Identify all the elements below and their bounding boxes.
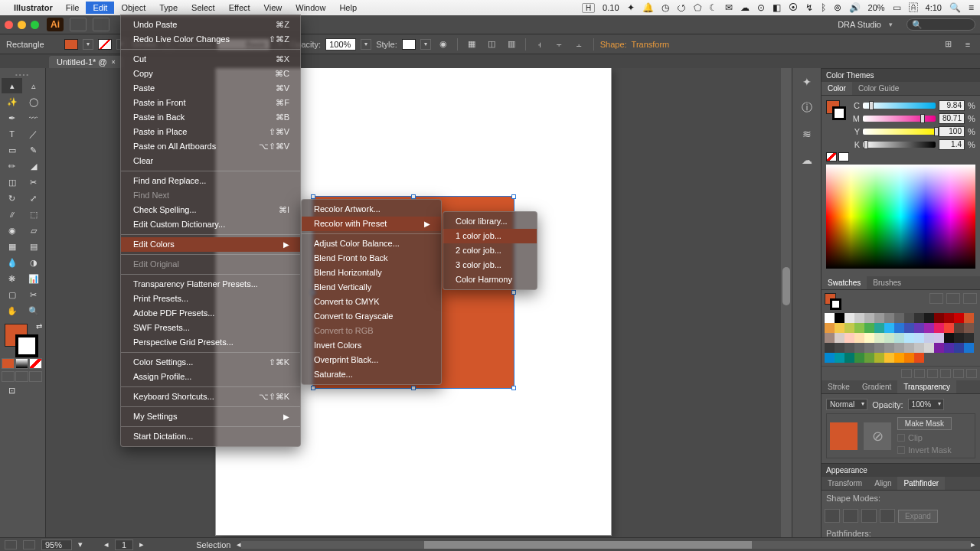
menu-item[interactable]: Paste on All Artboards⌥⇧⌘V [121,139,300,154]
perspective-tool[interactable]: ▱ [23,223,44,238]
battery-icon[interactable]: ▭ [893,2,901,13]
recolor-preset-submenu[interactable]: Color library...1 color job...2 color jo… [443,211,537,290]
fill-swatch[interactable] [64,39,78,50]
swatch[interactable] [884,343,894,353]
menu-object[interactable]: Object [114,2,152,14]
notifications-icon[interactable]: ≡ [969,2,974,13]
swatch[interactable] [864,353,874,363]
window-controls[interactable] [5,21,39,29]
swatch[interactable] [954,343,964,353]
menu-item[interactable]: Print Presets... [121,292,300,306]
dropbox-icon[interactable]: ⬠ [694,2,701,13]
swatch[interactable] [914,353,924,363]
artboard-tool[interactable]: ▢ [2,287,22,302]
scissors-tool[interactable]: ✂ [23,174,44,190]
dock-icon[interactable]: ✦ [798,73,816,91]
blend-tool[interactable]: ◑ [23,255,44,270]
opacity-dd[interactable]: 100% [908,399,945,410]
swatch[interactable] [825,313,835,323]
menu-item[interactable]: 3 color job... [443,258,537,272]
swatch[interactable] [884,313,894,323]
sw-stroke-proxy[interactable] [830,298,841,310]
clock[interactable]: 4:10 [926,3,942,12]
swatch[interactable] [944,323,954,333]
swatch[interactable] [914,313,924,323]
tab-pathfinder[interactable]: Pathfinder [897,477,945,490]
swatch[interactable] [954,313,964,323]
menu-item[interactable]: Color Harmony [443,272,537,287]
hand-tool[interactable]: ✋ [2,303,22,318]
swatch[interactable] [844,353,854,363]
menu-item[interactable]: My Settings▶ [121,409,300,424]
menu-select[interactable]: Select [185,2,222,14]
panel-title[interactable]: Color Themes [822,68,980,82]
workspace-name[interactable]: DRA Studio [838,20,881,29]
menu-item[interactable]: Convert to CMYK [302,295,441,309]
swatch[interactable] [894,353,904,363]
swatch-view-btn[interactable] [963,293,977,304]
screen-mode-btn[interactable]: ⊡ [2,383,22,398]
volume-icon[interactable]: 🔊 [849,2,861,13]
menu-type[interactable]: Type [152,2,185,14]
transform-label[interactable]: Transform [632,40,670,49]
shape-builder-tool[interactable]: ◉ [2,223,22,238]
swatch[interactable] [835,323,844,333]
menu-item[interactable]: Saturate... [302,367,441,382]
symbol-sprayer-tool[interactable]: ❋ [2,271,22,286]
align-icon[interactable]: ⫟ [552,37,567,51]
magic-wand-tool[interactable]: ✨ [2,94,22,109]
tab-color-guide[interactable]: Color Guide [852,82,905,95]
menu-item[interactable]: Paste in Back⌘B [121,110,300,125]
draw-behind-btn[interactable] [15,371,28,382]
align-icon[interactable]: ◫ [484,37,499,51]
document-tab[interactable]: Untitled-1* @ × [49,56,123,68]
m-value[interactable]: 80.71 [939,113,965,124]
zoom-level[interactable]: 95% [41,540,72,550]
y-slider[interactable] [863,129,936,135]
free-transform-tool[interactable]: ⬚ [23,207,44,222]
tab-stroke[interactable]: Stroke [822,380,856,393]
swatch[interactable] [944,313,954,323]
swatch[interactable] [835,333,844,343]
menu-item[interactable]: Check Spelling...⌘I [121,203,300,217]
y-value[interactable]: 100 [939,126,965,137]
swatch[interactable] [874,313,884,323]
swatch[interactable] [934,313,944,323]
shape-mode-btn[interactable] [880,509,895,523]
align-icon[interactable]: ⫞ [532,37,547,51]
swatch[interactable] [884,353,894,363]
recolor-icon[interactable]: ◉ [436,37,451,51]
swatch[interactable] [825,333,835,343]
white-chip[interactable] [838,152,849,161]
swatch[interactable] [924,313,934,323]
bluetooth-icon[interactable]: ᛒ [821,2,826,13]
rectangle-tool[interactable]: ▭ [2,142,22,158]
menu-item[interactable]: Undo Paste⌘Z [121,18,300,32]
swatch[interactable] [835,313,844,323]
mask-thumb[interactable]: ⊘ [864,422,891,450]
menu-file[interactable]: File [59,2,87,14]
swatch-view-btn[interactable] [929,293,943,304]
swatch[interactable] [964,333,974,343]
page-number[interactable]: 1 [115,540,133,550]
pen-tool[interactable]: ✒ [2,110,22,126]
resize-handle[interactable] [311,386,315,390]
color-stroke-proxy[interactable] [832,106,846,120]
menu-item[interactable]: Recolor with Preset▶ [302,217,441,231]
slice-tool[interactable]: ✂ [23,287,44,302]
none-chip[interactable] [826,152,837,161]
swatch[interactable] [835,353,844,363]
menu-item[interactable]: Blend Vertically [302,280,441,295]
search-field[interactable]: 🔍 [906,18,975,31]
swatch[interactable] [825,343,835,353]
swatch[interactable] [964,343,974,353]
menu-item[interactable]: SWF Presets... [121,321,300,335]
h-scrollbar[interactable]: ◂▸ [237,540,975,549]
resize-handle[interactable] [411,386,416,390]
tab-transform[interactable]: Transform [822,477,868,490]
fill-dropdown[interactable]: ▾ [83,39,93,50]
tab-align[interactable]: Align [868,477,897,490]
eyedropper-tool[interactable]: 💧 [2,255,22,270]
swatch-footer-btn[interactable] [914,369,925,378]
fill-stroke-control[interactable]: ⇄ [2,322,44,356]
